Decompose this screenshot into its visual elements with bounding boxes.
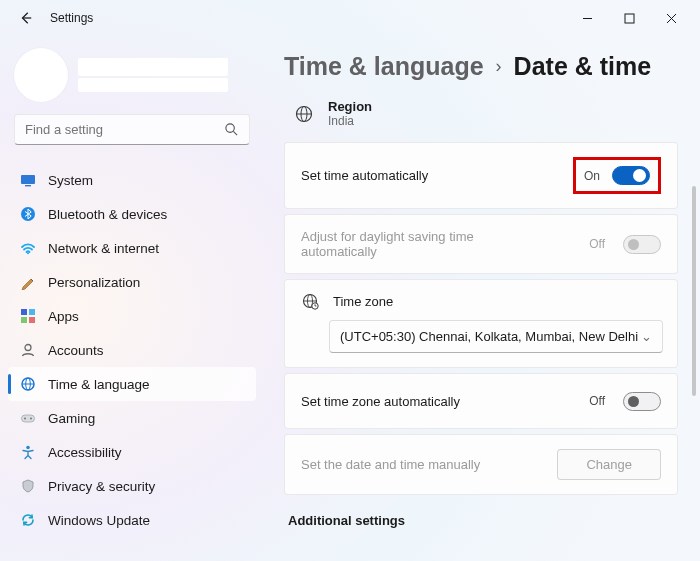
region-title: Region	[328, 99, 372, 114]
sidebar: System Bluetooth & devices Network & int…	[0, 36, 262, 561]
user-text	[78, 58, 228, 92]
search-icon	[224, 122, 239, 137]
svg-rect-9	[29, 309, 35, 315]
window-title: Settings	[50, 11, 93, 25]
dst-toggle	[623, 235, 661, 254]
search-box[interactable]	[14, 114, 250, 145]
system-icon	[20, 172, 36, 188]
svg-line-3	[233, 131, 237, 135]
svg-rect-11	[29, 317, 35, 323]
auto-time-label: Set time automatically	[301, 168, 428, 183]
svg-rect-10	[21, 317, 27, 323]
gaming-icon	[20, 410, 36, 426]
sidebar-item-apps[interactable]: Apps	[8, 299, 256, 333]
sidebar-item-accessibility[interactable]: Accessibility	[8, 435, 256, 469]
sidebar-item-label: Accessibility	[48, 445, 122, 460]
time-zone-label: Time zone	[333, 294, 393, 309]
breadcrumb: Time & language › Date & time	[284, 52, 678, 81]
sidebar-item-label: Time & language	[48, 377, 150, 392]
sidebar-item-bluetooth[interactable]: Bluetooth & devices	[8, 197, 256, 231]
sidebar-item-network[interactable]: Network & internet	[8, 231, 256, 265]
sidebar-item-label: System	[48, 173, 93, 188]
setting-dst: Adjust for daylight saving time automati…	[284, 214, 678, 274]
sidebar-item-label: Gaming	[48, 411, 95, 426]
breadcrumb-parent[interactable]: Time & language	[284, 52, 484, 81]
personalization-icon	[20, 274, 36, 290]
sidebar-item-personalization[interactable]: Personalization	[8, 265, 256, 299]
sidebar-item-update[interactable]: Windows Update	[8, 503, 256, 537]
auto-tz-state: Off	[589, 394, 605, 408]
back-arrow-icon	[19, 11, 33, 25]
time-zone-select[interactable]: (UTC+05:30) Chennai, Kolkata, Mumbai, Ne…	[329, 320, 663, 353]
update-icon	[20, 512, 36, 528]
sidebar-item-label: Apps	[48, 309, 79, 324]
privacy-icon	[20, 478, 36, 494]
sidebar-item-privacy[interactable]: Privacy & security	[8, 469, 256, 503]
window-controls	[566, 3, 692, 33]
highlight-annotation: On	[573, 157, 661, 194]
region-value: India	[328, 114, 372, 128]
accessibility-icon	[20, 444, 36, 460]
svg-point-7	[27, 252, 29, 254]
setting-manual-date-time: Set the date and time manually Change	[284, 434, 678, 495]
setting-auto-time: Set time automatically On	[284, 142, 678, 209]
search-input[interactable]	[25, 122, 224, 137]
main-content: Time & language › Date & time Region Ind…	[262, 36, 700, 561]
sidebar-item-label: Accounts	[48, 343, 104, 358]
time-zone-icon	[301, 292, 319, 310]
auto-time-state: On	[584, 169, 600, 183]
time-language-icon	[20, 376, 36, 392]
svg-rect-8	[21, 309, 27, 315]
svg-point-19	[26, 446, 30, 450]
sidebar-item-system[interactable]: System	[8, 163, 256, 197]
chevron-right-icon: ›	[496, 56, 502, 77]
setting-auto-tz: Set time zone automatically Off	[284, 373, 678, 429]
minimize-button[interactable]	[566, 3, 608, 33]
time-zone-value: (UTC+05:30) Chennai, Kolkata, Mumbai, Ne…	[340, 329, 638, 344]
close-button[interactable]	[650, 3, 692, 33]
nav-list: System Bluetooth & devices Network & int…	[8, 163, 256, 561]
auto-tz-label: Set time zone automatically	[301, 394, 460, 409]
avatar	[14, 48, 68, 102]
scrollbar[interactable]	[692, 186, 696, 396]
sidebar-item-label: Bluetooth & devices	[48, 207, 167, 222]
region-row[interactable]: Region India	[294, 99, 678, 128]
auto-time-toggle[interactable]	[612, 166, 650, 185]
maximize-button[interactable]	[608, 3, 650, 33]
apps-icon	[20, 308, 36, 324]
dst-state: Off	[589, 237, 605, 251]
sidebar-item-label: Privacy & security	[48, 479, 155, 494]
additional-settings-heading: Additional settings	[288, 513, 678, 528]
svg-point-17	[24, 418, 26, 420]
sidebar-item-time-language[interactable]: Time & language	[8, 367, 256, 401]
dst-label: Adjust for daylight saving time automati…	[301, 229, 511, 259]
titlebar: Settings	[0, 0, 700, 36]
accounts-icon	[20, 342, 36, 358]
svg-point-18	[30, 418, 32, 420]
svg-point-12	[25, 345, 31, 351]
sidebar-item-gaming[interactable]: Gaming	[8, 401, 256, 435]
svg-rect-5	[25, 185, 31, 186]
svg-rect-16	[22, 415, 35, 422]
svg-rect-1	[625, 14, 634, 23]
svg-rect-4	[21, 175, 35, 184]
chevron-down-icon: ⌄	[641, 329, 652, 344]
svg-point-2	[226, 124, 234, 132]
sidebar-item-accounts[interactable]: Accounts	[8, 333, 256, 367]
auto-tz-toggle[interactable]	[623, 392, 661, 411]
user-card[interactable]	[8, 44, 256, 114]
globe-icon	[294, 104, 314, 124]
bluetooth-icon	[20, 206, 36, 222]
manual-label: Set the date and time manually	[301, 457, 480, 472]
sidebar-item-label: Network & internet	[48, 241, 159, 256]
back-button[interactable]	[12, 4, 40, 32]
change-button: Change	[557, 449, 661, 480]
setting-time-zone: Time zone (UTC+05:30) Chennai, Kolkata, …	[284, 279, 678, 368]
wifi-icon	[20, 240, 36, 256]
sidebar-item-label: Personalization	[48, 275, 140, 290]
sidebar-item-label: Windows Update	[48, 513, 150, 528]
page-title: Date & time	[514, 52, 652, 81]
